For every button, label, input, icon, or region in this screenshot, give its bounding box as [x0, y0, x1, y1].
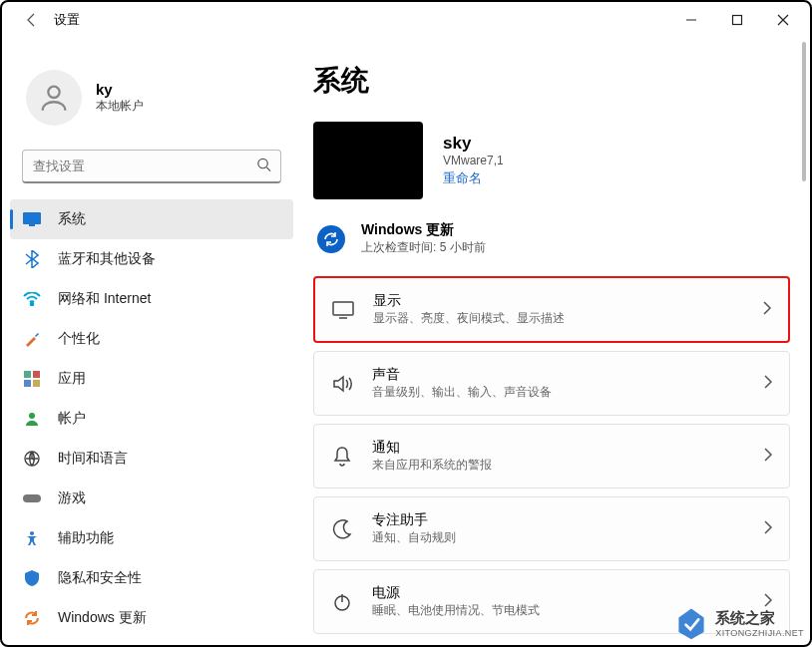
titlebar: 设置	[2, 2, 810, 38]
display-icon	[331, 298, 355, 322]
user-icon	[22, 409, 42, 429]
system-icon	[22, 209, 42, 229]
rename-link[interactable]: 重命名	[443, 169, 504, 187]
access-icon	[22, 528, 42, 548]
nav-item-label: 游戏	[58, 489, 86, 507]
svg-rect-6	[29, 224, 35, 226]
svg-rect-10	[24, 380, 31, 387]
scrollbar-thumb[interactable]	[802, 42, 806, 181]
svg-rect-8	[24, 371, 31, 378]
watermark: 系统之家 XITONGZHIJIA.NET	[673, 605, 804, 641]
svg-rect-16	[333, 302, 353, 315]
brush-icon	[22, 329, 42, 349]
svg-point-7	[31, 303, 34, 306]
svg-point-12	[29, 413, 35, 419]
power-icon	[330, 590, 354, 614]
nav-item-label: 帐户	[58, 410, 86, 428]
nav-item-user[interactable]: 帐户	[10, 399, 293, 439]
nav-item-label: 网络和 Internet	[58, 290, 151, 308]
setting-card-bell[interactable]: 通知 来自应用和系统的警报	[313, 424, 790, 488]
watermark-logo	[673, 605, 709, 641]
scrollbar[interactable]	[800, 42, 806, 633]
nav-item-label: 应用	[58, 370, 86, 388]
back-button[interactable]	[22, 10, 42, 30]
nav-item-wifi[interactable]: 网络和 Internet	[10, 279, 293, 319]
windows-update-row[interactable]: Windows 更新 上次检查时间: 5 小时前	[313, 215, 790, 276]
account-block[interactable]: ky 本地帐户	[2, 46, 301, 150]
nav-item-label: 个性化	[58, 330, 100, 348]
nav-item-label: 隐私和安全性	[58, 569, 142, 587]
update-icon	[317, 225, 345, 253]
nav-item-bluetooth[interactable]: 蓝牙和其他设备	[10, 239, 293, 279]
nav-item-privacy[interactable]: 隐私和安全性	[10, 558, 293, 598]
apps-icon	[22, 369, 42, 389]
nav-item-system[interactable]: 系统	[10, 199, 293, 239]
nav-item-apps[interactable]: 应用	[10, 359, 293, 399]
svg-rect-5	[23, 212, 41, 224]
wifi-icon	[22, 289, 42, 309]
chevron-right-icon	[763, 448, 773, 466]
search-icon	[256, 158, 271, 176]
chevron-right-icon	[763, 520, 773, 538]
svg-point-3	[258, 159, 267, 167]
main-content: 系统 sky VMware7,1 重命名 Windows 更新 上次检查时间: …	[301, 38, 810, 645]
nav-item-access[interactable]: 辅助功能	[10, 518, 293, 558]
nav-item-label: 系统	[58, 210, 86, 228]
maximize-button[interactable]	[714, 4, 760, 36]
card-subtitle: 音量级别、输出、输入、声音设备	[372, 384, 745, 401]
privacy-icon	[22, 568, 42, 588]
nav-item-update[interactable]: Windows 更新	[10, 598, 293, 638]
pc-name: sky	[443, 134, 504, 154]
pc-model: VMware7,1	[443, 154, 504, 167]
sound-icon	[330, 372, 354, 396]
update-icon	[22, 608, 42, 628]
nav-item-label: 辅助功能	[58, 529, 114, 547]
setting-card-display[interactable]: 显示 显示器、亮度、夜间模式、显示描述	[313, 276, 790, 343]
card-title: 电源	[372, 584, 745, 602]
svg-line-4	[266, 167, 270, 171]
chevron-right-icon	[763, 375, 773, 393]
account-type: 本地帐户	[96, 98, 144, 115]
chevron-right-icon	[762, 301, 772, 319]
watermark-text-cn: 系统之家	[715, 609, 804, 628]
timelang-icon	[22, 449, 42, 469]
nav-item-label: Windows 更新	[58, 609, 147, 627]
page-title: 系统	[313, 62, 790, 100]
nav-item-label: 蓝牙和其他设备	[58, 250, 156, 268]
bluetooth-icon	[22, 249, 42, 269]
nav-list: 系统蓝牙和其他设备网络和 Internet个性化应用帐户时间和语言游戏辅助功能隐…	[2, 195, 301, 638]
nav-item-label: 时间和语言	[58, 450, 128, 468]
window-controls	[668, 4, 806, 36]
card-title: 专注助手	[372, 511, 745, 529]
setting-card-sound[interactable]: 声音 音量级别、输出、输入、声音设备	[313, 351, 790, 416]
games-icon	[22, 488, 42, 508]
app-title: 设置	[54, 11, 80, 29]
update-title: Windows 更新	[361, 221, 486, 239]
minimize-button[interactable]	[668, 4, 714, 36]
card-title: 声音	[372, 366, 745, 384]
svg-rect-9	[33, 371, 40, 378]
bell-icon	[330, 445, 354, 469]
watermark-text-en: XITONGZHIJIA.NET	[715, 628, 804, 638]
svg-rect-14	[23, 494, 41, 502]
pc-thumbnail	[313, 122, 423, 199]
sidebar: ky 本地帐户 系统蓝牙和其他设备网络和 Internet个性化应用帐户时间和语…	[2, 38, 301, 645]
focus-icon	[330, 517, 354, 541]
card-subtitle: 通知、自动规则	[372, 529, 745, 546]
nav-item-timelang[interactable]: 时间和语言	[10, 439, 293, 479]
setting-card-focus[interactable]: 专注助手 通知、自动规则	[313, 496, 790, 561]
svg-point-15	[30, 531, 34, 535]
pc-info: sky VMware7,1 重命名	[313, 122, 790, 199]
search-input[interactable]	[22, 150, 281, 183]
nav-item-brush[interactable]: 个性化	[10, 319, 293, 359]
svg-rect-1	[733, 16, 742, 25]
card-title: 显示	[373, 292, 744, 310]
nav-item-games[interactable]: 游戏	[10, 479, 293, 518]
avatar	[26, 70, 82, 126]
update-subtitle: 上次检查时间: 5 小时前	[361, 239, 486, 256]
svg-rect-11	[33, 380, 40, 387]
close-button[interactable]	[760, 4, 806, 36]
card-subtitle: 显示器、亮度、夜间模式、显示描述	[373, 310, 744, 327]
svg-point-2	[48, 87, 59, 98]
card-title: 通知	[372, 439, 745, 457]
